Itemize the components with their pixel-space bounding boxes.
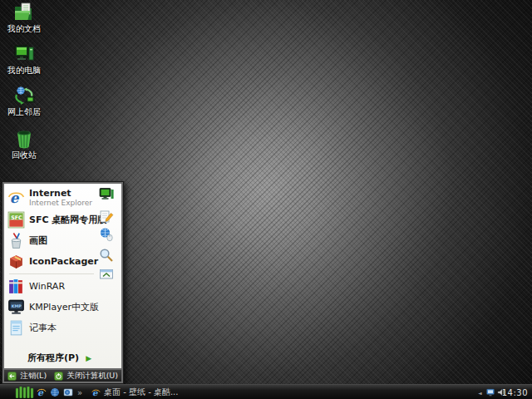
desktop-icon-network-places[interactable]: 网上邻居 [4,86,44,117]
quicklaunch-ie-button[interactable]: e [37,385,47,399]
tray-monitor-icon [486,388,495,397]
all-programs-button[interactable]: 所有程序(P) ▶ [27,352,91,364]
recycle-bin-icon [13,129,35,149]
menu-item-title: WinRAR [29,282,65,292]
iconpackager-icon [7,253,25,270]
quicklaunch-globe-icon [50,387,60,397]
menu-item-iconpackager[interactable]: IconPackager [7,251,96,272]
connect-to-icon[interactable] [99,227,114,242]
menu-item-title: KMPlayer中文版 [29,303,99,313]
svg-text:e: e [10,190,20,206]
desktop-icon-label: 我的电脑 [4,66,44,76]
desktop-icon-label: 网上邻居 [4,107,44,117]
logoff-icon [7,372,17,381]
taskbar-window-button[interactable]: e 桌面 - 壁纸 - 桌酷... [88,385,181,399]
paint-icon [7,232,25,249]
menu-item-title: Internet [29,189,92,199]
menu-item-kmplayer[interactable]: KMP KMPlayer中文版 [7,297,96,318]
taskbar-clock[interactable]: 14:30 [502,385,528,399]
all-programs-label: 所有程序(P) [27,352,79,364]
menu-item-paint[interactable]: 画图 [7,230,96,251]
winrar-icon [7,278,25,295]
my-documents-icon [13,2,35,22]
quicklaunch-outlook-icon [63,387,73,397]
desktop-screen: 我的文档 我的电脑 网上邻居 [0,0,532,399]
desktop-icon-my-documents[interactable]: 我的文档 [4,2,44,34]
run-icon[interactable] [99,267,114,282]
documents-pencil-icon[interactable] [99,209,114,224]
menu-item-sfc[interactable]: SFC SFC 桌酷网专用版 [7,209,96,230]
start-logo-icon [15,387,35,398]
quicklaunch-outlook-button[interactable] [63,385,73,399]
menu-item-title: 记事本 [29,323,57,333]
tray-monitor-button[interactable] [486,385,495,399]
menu-item-title: IconPackager [29,257,98,267]
menu-separator [9,273,94,274]
svg-text:KMP: KMP [12,304,22,308]
desktop-icon-label: 回收站 [4,150,44,160]
search-icon[interactable] [99,248,114,263]
window-button-label: 桌面 - 壁纸 - 桌酷... [104,387,178,398]
svg-text:SFC: SFC [11,214,22,220]
kmplayer-icon: KMP [7,298,25,316]
internet-explorer-icon: e [7,190,25,207]
start-menu: e Internet Internet Explorer SFC [2,181,124,384]
shutdown-icon [54,372,63,381]
desktop-icon-label: 我的文档 [4,24,44,34]
shutdown-button[interactable]: 关闭计算机(U) [54,371,118,382]
my-computer-icon [13,44,35,64]
desktop-icon-my-computer[interactable]: 我的电脑 [4,44,44,76]
menu-item-notepad[interactable]: 记事本 [7,318,96,338]
notepad-icon [7,319,25,337]
start-menu-item-list: e Internet Internet Explorer SFC [7,186,96,338]
my-computer-small-icon[interactable] [99,187,114,202]
window-button-ie-icon: e [91,388,101,397]
tray-collapse-chevron[interactable]: ◄ [478,385,482,399]
desktop-icon-recycle-bin[interactable]: 回收站 [4,129,44,160]
shutdown-label: 关闭计算机(U) [66,371,118,382]
menu-item-title: 画图 [29,236,47,246]
network-places-icon [13,86,35,106]
menu-item-subtitle: Internet Explorer [29,199,92,207]
sfc-icon: SFC [7,211,25,229]
svg-text:e: e [37,387,44,397]
quicklaunch-more-chevron[interactable]: » [77,385,82,399]
logoff-label: 注销(L) [20,371,47,382]
taskbar: e » e 桌面 - 壁纸 - 桌酷... ◄ [0,384,532,399]
logoff-button[interactable]: 注销(L) [7,371,47,382]
menu-item-title: SFC 桌酷网专用版 [29,215,106,225]
menu-item-internet[interactable]: e Internet Internet Explorer [7,186,96,209]
start-button[interactable] [15,385,35,399]
start-menu-body: e Internet Internet Explorer SFC [4,184,121,368]
menu-item-winrar[interactable]: WinRAR [7,276,96,297]
quicklaunch-globe-button[interactable] [50,385,60,399]
quicklaunch-ie-icon: e [37,387,47,397]
all-programs-arrow-icon: ▶ [86,354,91,362]
start-menu-footer: 注销(L) 关闭计算机(U) [4,370,121,382]
